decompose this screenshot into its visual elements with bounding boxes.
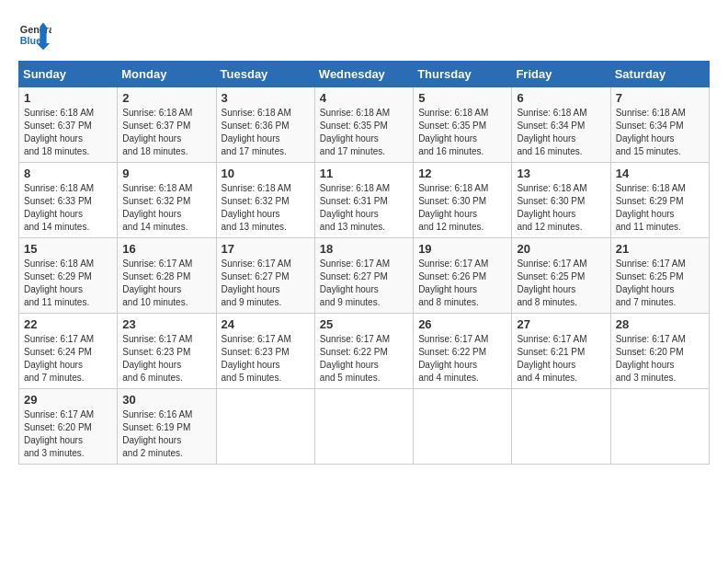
day-number: 3 (222, 91, 310, 105)
day-number: 12 (418, 167, 506, 180)
day-number: 10 (222, 167, 310, 180)
day-number: 2 (122, 91, 210, 105)
day-number: 22 (24, 317, 112, 331)
day-info: Sunrise: 6:17 AMSunset: 6:27 PMDaylight … (222, 259, 291, 307)
calendar-cell: 11 Sunrise: 6:18 AMSunset: 6:31 PMDaylig… (314, 163, 413, 238)
calendar-cell: 15 Sunrise: 6:18 AMSunset: 6:29 PMDaylig… (19, 238, 118, 314)
calendar-cell: 27 Sunrise: 6:17 AMSunset: 6:21 PMDaylig… (512, 314, 610, 389)
day-number: 1 (24, 91, 112, 105)
day-info: Sunrise: 6:17 AMSunset: 6:22 PMDaylight … (418, 334, 488, 383)
day-number: 5 (418, 91, 506, 105)
day-number: 14 (616, 167, 704, 180)
day-number: 29 (24, 393, 112, 407)
day-info: Sunrise: 6:18 AMSunset: 6:31 PMDaylight … (320, 183, 390, 232)
calendar-cell: 13 Sunrise: 6:18 AMSunset: 6:30 PMDaylig… (512, 163, 610, 238)
day-number: 13 (517, 167, 605, 180)
day-number: 9 (122, 167, 210, 180)
day-info: Sunrise: 6:17 AMSunset: 6:24 PMDaylight … (24, 334, 94, 383)
day-info: Sunrise: 6:17 AMSunset: 6:20 PMDaylight … (616, 334, 686, 383)
weekday-header: Monday (118, 62, 216, 87)
day-number: 25 (320, 317, 408, 331)
day-info: Sunrise: 6:18 AMSunset: 6:29 PMDaylight … (24, 259, 94, 307)
day-info: Sunrise: 6:18 AMSunset: 6:29 PMDaylight … (616, 183, 686, 232)
calendar-cell: 22 Sunrise: 6:17 AMSunset: 6:24 PMDaylig… (19, 314, 118, 389)
calendar-cell: 17 Sunrise: 6:17 AMSunset: 6:27 PMDaylig… (216, 238, 314, 314)
header: General Blue (18, 18, 710, 52)
day-info: Sunrise: 6:17 AMSunset: 6:23 PMDaylight … (122, 334, 192, 383)
calendar-cell: 6 Sunrise: 6:18 AMSunset: 6:34 PMDayligh… (512, 87, 610, 163)
calendar-cell: 1 Sunrise: 6:18 AMSunset: 6:37 PMDayligh… (19, 87, 118, 163)
calendar-table: SundayMondayTuesdayWednesdayThursdayFrid… (18, 61, 710, 465)
day-info: Sunrise: 6:18 AMSunset: 6:35 PMDaylight … (320, 108, 390, 156)
calendar-cell: 16 Sunrise: 6:17 AMSunset: 6:28 PMDaylig… (118, 238, 216, 314)
calendar-cell: 24 Sunrise: 6:17 AMSunset: 6:23 PMDaylig… (216, 314, 314, 389)
day-number: 19 (418, 242, 506, 256)
day-number: 28 (616, 317, 704, 331)
weekday-header: Tuesday (216, 62, 314, 87)
logo-icon: General Blue (18, 18, 51, 52)
day-info: Sunrise: 6:17 AMSunset: 6:25 PMDaylight … (517, 259, 586, 307)
day-info: Sunrise: 6:17 AMSunset: 6:28 PMDaylight … (122, 259, 192, 307)
calendar-cell: 9 Sunrise: 6:18 AMSunset: 6:32 PMDayligh… (118, 163, 216, 238)
day-number: 17 (222, 242, 310, 256)
day-number: 6 (517, 91, 605, 105)
calendar-cell: 7 Sunrise: 6:18 AMSunset: 6:34 PMDayligh… (610, 87, 709, 163)
day-info: Sunrise: 6:18 AMSunset: 6:30 PMDaylight … (517, 183, 586, 232)
day-number: 18 (320, 242, 408, 256)
calendar-cell: 8 Sunrise: 6:18 AMSunset: 6:33 PMDayligh… (19, 163, 118, 238)
calendar-cell (216, 389, 314, 465)
day-number: 7 (616, 91, 704, 105)
calendar-cell (512, 389, 610, 465)
calendar-cell: 26 Sunrise: 6:17 AMSunset: 6:22 PMDaylig… (414, 314, 512, 389)
day-info: Sunrise: 6:18 AMSunset: 6:37 PMDaylight … (122, 108, 192, 156)
day-info: Sunrise: 6:17 AMSunset: 6:21 PMDaylight … (517, 334, 586, 383)
day-number: 23 (122, 317, 210, 331)
day-number: 27 (517, 317, 605, 331)
logo: General Blue (18, 18, 51, 52)
weekday-header: Thursday (414, 62, 512, 87)
weekday-header: Saturday (610, 62, 709, 87)
weekday-header: Friday (512, 62, 610, 87)
day-info: Sunrise: 6:17 AMSunset: 6:23 PMDaylight … (222, 334, 291, 383)
calendar-cell: 23 Sunrise: 6:17 AMSunset: 6:23 PMDaylig… (118, 314, 216, 389)
day-info: Sunrise: 6:18 AMSunset: 6:36 PMDaylight … (222, 108, 291, 156)
day-info: Sunrise: 6:16 AMSunset: 6:19 PMDaylight … (122, 409, 192, 458)
day-number: 24 (222, 317, 310, 331)
calendar-cell: 3 Sunrise: 6:18 AMSunset: 6:36 PMDayligh… (216, 87, 314, 163)
calendar-cell: 29 Sunrise: 6:17 AMSunset: 6:20 PMDaylig… (19, 389, 118, 465)
day-info: Sunrise: 6:18 AMSunset: 6:34 PMDaylight … (517, 108, 586, 156)
calendar-cell: 19 Sunrise: 6:17 AMSunset: 6:26 PMDaylig… (414, 238, 512, 314)
day-info: Sunrise: 6:18 AMSunset: 6:37 PMDaylight … (24, 108, 94, 156)
day-number: 15 (24, 242, 112, 256)
calendar-cell: 14 Sunrise: 6:18 AMSunset: 6:29 PMDaylig… (610, 163, 709, 238)
calendar-cell: 10 Sunrise: 6:18 AMSunset: 6:32 PMDaylig… (216, 163, 314, 238)
calendar-cell: 28 Sunrise: 6:17 AMSunset: 6:20 PMDaylig… (610, 314, 709, 389)
day-info: Sunrise: 6:18 AMSunset: 6:30 PMDaylight … (418, 183, 488, 232)
day-number: 30 (122, 393, 210, 407)
day-number: 21 (616, 242, 704, 256)
calendar-cell: 2 Sunrise: 6:18 AMSunset: 6:37 PMDayligh… (118, 87, 216, 163)
day-info: Sunrise: 6:18 AMSunset: 6:35 PMDaylight … (418, 108, 488, 156)
calendar-cell: 30 Sunrise: 6:16 AMSunset: 6:19 PMDaylig… (118, 389, 216, 465)
calendar-cell (610, 389, 709, 465)
svg-text:General: General (20, 24, 51, 35)
day-info: Sunrise: 6:18 AMSunset: 6:33 PMDaylight … (24, 183, 94, 232)
weekday-header: Wednesday (314, 62, 413, 87)
day-number: 4 (320, 91, 408, 105)
calendar-cell: 20 Sunrise: 6:17 AMSunset: 6:25 PMDaylig… (512, 238, 610, 314)
calendar-cell (414, 389, 512, 465)
day-info: Sunrise: 6:18 AMSunset: 6:32 PMDaylight … (222, 183, 291, 232)
day-info: Sunrise: 6:17 AMSunset: 6:22 PMDaylight … (320, 334, 390, 383)
day-number: 8 (24, 167, 112, 180)
day-number: 26 (418, 317, 506, 331)
day-info: Sunrise: 6:17 AMSunset: 6:26 PMDaylight … (418, 259, 488, 307)
calendar-cell: 25 Sunrise: 6:17 AMSunset: 6:22 PMDaylig… (314, 314, 413, 389)
calendar-cell: 21 Sunrise: 6:17 AMSunset: 6:25 PMDaylig… (610, 238, 709, 314)
day-info: Sunrise: 6:17 AMSunset: 6:25 PMDaylight … (616, 259, 686, 307)
day-number: 16 (122, 242, 210, 256)
day-info: Sunrise: 6:17 AMSunset: 6:20 PMDaylight … (24, 409, 94, 458)
weekday-header: Sunday (19, 62, 118, 87)
day-info: Sunrise: 6:17 AMSunset: 6:27 PMDaylight … (320, 259, 390, 307)
calendar-cell: 5 Sunrise: 6:18 AMSunset: 6:35 PMDayligh… (414, 87, 512, 163)
calendar-cell (314, 389, 413, 465)
